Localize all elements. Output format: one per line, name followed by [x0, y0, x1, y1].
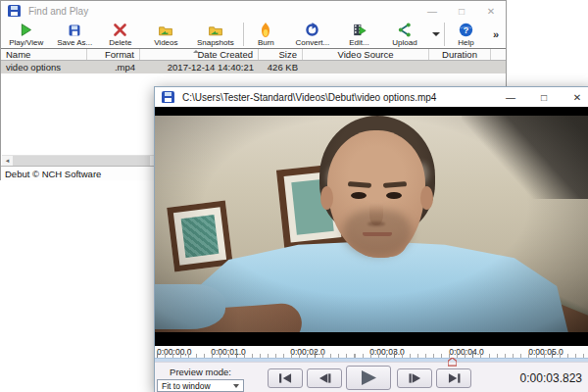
cell-source [303, 61, 429, 74]
upload-dropdown-caret[interactable] [429, 21, 443, 48]
cell-date: 2017-12-14 14:40:21 [140, 61, 259, 74]
play-view-button[interactable]: Play/View [1, 21, 52, 48]
toolbar-overflow-button[interactable]: » [486, 21, 506, 48]
help-button[interactable]: ? Help [446, 21, 487, 48]
debut-app-icon [8, 5, 21, 17]
skip-to-start-icon [279, 373, 292, 383]
video-frame-webcam-man [155, 116, 588, 332]
current-time-display: 0:00:03.823 [520, 363, 582, 392]
svg-text:?: ? [464, 25, 469, 35]
preview-mode-value: Fit to window [162, 381, 211, 391]
find-window-titlebar[interactable]: Find and Play — □ ✕ [1, 1, 506, 21]
column-header-date[interactable]: Date Created [140, 49, 259, 60]
upload-button[interactable]: Upload [380, 21, 429, 48]
playback-controls-bar: Preview mode: Fit to window 0:00:03.823 [155, 362, 588, 392]
step-back-button[interactable] [307, 368, 342, 388]
chevron-down-icon [432, 32, 440, 36]
videos-button[interactable]: Videos [143, 21, 190, 48]
table-row[interactable]: video options .mp4 2017-12-14 14:40:21 4… [1, 61, 506, 74]
playhead-marker[interactable] [448, 353, 457, 362]
floppy-icon [68, 23, 81, 37]
debut-app-icon [162, 91, 174, 103]
edit-button[interactable]: Edit... [338, 21, 381, 48]
convert-button[interactable]: Convert... [287, 21, 338, 48]
video-display-area[interactable] [155, 107, 588, 346]
minimize-button[interactable]: — [494, 88, 527, 106]
scrollbar-thumb[interactable] [13, 156, 150, 166]
column-header-duration[interactable]: Duration [429, 49, 491, 60]
toolbar-separator [243, 23, 244, 46]
skip-to-start-button[interactable] [268, 368, 303, 388]
convert-circle-icon [305, 23, 319, 37]
cell-size: 426 KB [259, 61, 303, 74]
step-back-icon [318, 373, 331, 383]
delete-x-icon [113, 23, 127, 37]
find-window-controls: — □ ✕ [417, 2, 506, 20]
flame-icon [260, 23, 271, 37]
cell-duration [429, 61, 491, 74]
find-window-title: Find and Play [28, 6, 88, 17]
preview-mode-select[interactable]: Fit to window [157, 379, 244, 392]
column-header-source[interactable]: Video Source [303, 49, 429, 60]
close-button[interactable]: ✕ [561, 88, 588, 106]
timeline[interactable]: 0:00:00,0 0:00:01.0 0:00:02.0 0:00:03.0 … [155, 346, 588, 362]
column-header-name[interactable]: Name [1, 49, 87, 60]
cell-name: video options [1, 61, 87, 74]
column-header-size[interactable]: Size [259, 49, 303, 60]
recordings-table: Name Format Date Created Size Video Sour… [1, 48, 506, 74]
share-icon [397, 23, 413, 37]
preview-titlebar[interactable]: C:\Users\Tester-Standard\Videos\Debut\vi… [155, 87, 588, 107]
cell-format: .mp4 [87, 61, 140, 74]
table-header-row: Name Format Date Created Size Video Sour… [1, 48, 506, 61]
video-preview-window: C:\Users\Tester-Standard\Videos\Debut\vi… [154, 86, 588, 392]
film-edit-icon [351, 23, 367, 37]
scroll-left-arrow-icon[interactable]: ◂ [2, 156, 13, 166]
step-forward-button[interactable] [397, 368, 432, 388]
find-toolbar: Play/View Save As... Delete Videos [1, 21, 506, 48]
folder-icon [208, 23, 223, 37]
burn-button[interactable]: Burn [245, 21, 288, 48]
close-button[interactable]: ✕ [476, 2, 506, 20]
play-icon [360, 370, 377, 385]
skip-to-end-icon [448, 373, 461, 383]
sort-ascending-icon [193, 50, 199, 53]
video-man-head [155, 116, 588, 332]
screenshot-root: Find and Play — □ ✕ Play/View Save As... [0, 0, 588, 392]
toolbar-separator [444, 23, 445, 46]
play-button[interactable] [346, 366, 391, 390]
timeline-major-ticks [157, 351, 588, 358]
play-icon [19, 23, 33, 37]
delete-button[interactable]: Delete [98, 21, 143, 48]
preview-mode-label: Preview mode: [157, 367, 244, 377]
folder-icon [158, 23, 173, 37]
preview-window-controls: — □ ✕ [494, 88, 588, 106]
chevron-down-icon [233, 384, 239, 388]
save-as-button[interactable]: Save As... [52, 21, 99, 48]
column-header-format[interactable]: Format [87, 49, 140, 60]
preview-window-title: C:\Users\Tester-Standard\Videos\Debut\vi… [182, 92, 436, 103]
step-forward-icon [409, 373, 421, 383]
skip-to-end-button[interactable] [436, 368, 471, 388]
help-globe-icon: ? [459, 23, 473, 37]
minimize-button[interactable]: — [417, 2, 447, 20]
snapshots-button[interactable]: Snapshots [189, 21, 241, 48]
maximize-button[interactable]: □ [527, 88, 561, 106]
maximize-button[interactable]: □ [447, 2, 476, 20]
